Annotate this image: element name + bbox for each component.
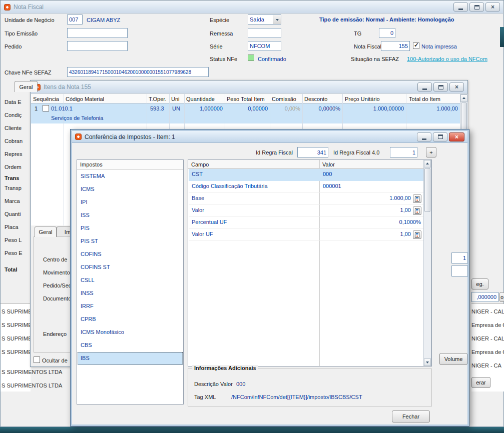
pedido-field[interactable] <box>67 41 128 51</box>
cell-desconto: 0,0000% <box>302 106 340 112</box>
form-label: Quanti <box>5 211 21 217</box>
nota-fiscal-field[interactable]: 155 <box>381 41 410 51</box>
unidade-negocio-field[interactable]: 007 <box>67 14 83 24</box>
column-header[interactable]: Peso Total Item <box>227 96 265 102</box>
nota-impressa-checkbox[interactable] <box>413 42 419 49</box>
grid-row-fragment: S SUPRIME <box>2 322 32 328</box>
column-header[interactable]: Quantidade <box>186 96 215 102</box>
side-field-2[interactable] <box>451 266 468 276</box>
unidade-negocio-label: Unidade de Negócio <box>5 17 55 23</box>
add-button[interactable]: + <box>426 147 436 158</box>
minimize-button[interactable] <box>417 132 431 142</box>
volume-button[interactable]: Volume <box>439 353 467 365</box>
scroll-down-button[interactable] <box>424 358 431 366</box>
grid-row[interactable]: Valor UF 1,00 <box>189 229 423 241</box>
column-header[interactable]: Total do Item <box>409 96 440 102</box>
column-header[interactable]: Uni <box>171 96 180 102</box>
grid-row[interactable]: Valor 1,00 <box>189 205 423 217</box>
imposto-item-cprb[interactable]: CPRB <box>78 313 183 326</box>
tipo-emissao-field[interactable] <box>67 28 128 38</box>
scroll-thumb[interactable] <box>424 168 430 212</box>
form-label: Ordem <box>5 164 22 170</box>
especie-select[interactable]: Saída <box>248 14 281 24</box>
cell-total-item: 1.000,00 <box>406 106 458 112</box>
side-field-1[interactable]: 1 <box>451 252 468 264</box>
grid-row[interactable]: Código Classificação Tributária 000001 <box>189 181 423 193</box>
fechar-button[interactable]: Fechar <box>392 410 430 422</box>
ocultar-label: Ocultar de <box>42 358 68 364</box>
imposto-item-icms[interactable]: ICMS <box>78 183 183 196</box>
imposto-item-csll[interactable]: CSLL <box>78 274 183 287</box>
imposto-item-iss[interactable]: ISS <box>78 209 183 222</box>
imposto-item-cofins[interactable]: COFINS <box>78 248 183 261</box>
impostos-list-header: Impostos <box>77 160 183 170</box>
column-header[interactable]: Comissão <box>272 96 296 102</box>
grid-scrollbar[interactable] <box>423 160 431 366</box>
column-header[interactable]: Código Material <box>66 96 104 102</box>
campo-value: 000001 <box>323 183 341 189</box>
conferencia-titlebar: Conferência de Impostos - Item: 1 × <box>72 131 467 143</box>
campo-value: 1.000,00 <box>320 195 411 201</box>
imposto-item-irrf[interactable]: IRRF <box>78 300 183 313</box>
scroll-up-button[interactable] <box>460 94 467 102</box>
tab-geral[interactable]: Geral <box>35 226 57 237</box>
ocultar-checkbox[interactable] <box>34 356 40 363</box>
clipped-value-field[interactable]: ,000000 <box>471 292 498 302</box>
maximize-button[interactable] <box>469 2 484 12</box>
close-button[interactable]: × <box>449 132 464 142</box>
grid-row[interactable]: Base 1.000,00 <box>189 193 423 205</box>
cell-quantidade: 1,000000 <box>184 106 223 112</box>
id-regra-fiscal-field[interactable]: 341 <box>297 147 328 158</box>
emissao-ambiente-banner: Tipo de emissão: Normal - Ambiente: Homo… <box>319 16 454 22</box>
column-header[interactable]: Sequência <box>33 96 59 102</box>
clipped-button[interactable]: erar <box>471 377 490 388</box>
minimize-button[interactable] <box>417 82 432 92</box>
tab-geral-nota[interactable]: Geral <box>15 81 38 92</box>
clipped-button[interactable]: eg. <box>471 278 488 290</box>
column-header[interactable]: Preço Unitário <box>345 96 380 102</box>
id-regra-fiscal-40-field[interactable]: 1 <box>390 147 417 158</box>
clipped-button[interactable]: o <box>499 292 504 302</box>
remessa-field[interactable] <box>248 28 281 38</box>
imposto-item-cbs[interactable]: CBS <box>78 339 183 352</box>
calculator-icon[interactable] <box>413 230 421 239</box>
imposto-item-pis-st[interactable]: PIS ST <box>78 235 183 248</box>
calculator-icon[interactable] <box>413 194 421 203</box>
id-regra-fiscal-40-label: Id Regra Fiscal 4.0 <box>333 150 379 156</box>
close-button[interactable]: × <box>449 82 464 92</box>
imposto-item-inss[interactable]: INSS <box>78 287 183 300</box>
row-checkbox[interactable] <box>43 105 49 112</box>
bottom-dock-strip <box>0 427 504 433</box>
imposto-item-pis[interactable]: PIS <box>78 222 183 235</box>
remessa-label: Remessa <box>210 30 233 36</box>
group-title: Informações Adicionais <box>192 365 258 371</box>
window-title: Conferência de Impostos - Item: 1 <box>85 134 175 140</box>
column-header[interactable]: T.Oper. <box>149 96 166 102</box>
maximize-button[interactable] <box>433 132 447 142</box>
form-label: Movimento <box>43 270 70 276</box>
column-header[interactable]: Desconto <box>304 96 327 102</box>
imposto-item-ipi[interactable]: IPI <box>78 196 183 209</box>
close-button[interactable]: × <box>485 2 500 12</box>
form-label: Placa <box>5 224 19 230</box>
situacao-sefaz-link[interactable]: 100-Autorizado o uso da NFCom <box>407 56 487 62</box>
imposto-item-ibs[interactable]: IBS <box>78 352 183 365</box>
imposto-item-sistema[interactable]: SISTEMA <box>78 170 183 183</box>
maximize-button[interactable] <box>433 82 448 92</box>
grid-row[interactable]: CST 000 <box>189 169 423 181</box>
cell-preco-unitario: 1.000,00000 <box>342 106 404 112</box>
campo-name: Base <box>192 195 204 201</box>
tg-field[interactable]: 0 <box>379 28 395 38</box>
chave-nfe-field[interactable]: 4326011894171500010462001000000155107798… <box>67 67 209 77</box>
serie-field[interactable]: NFCOM <box>248 41 281 51</box>
nota-impressa-label: Nota impressa <box>421 44 457 50</box>
imposto-item-icms-monofasico[interactable]: ICMS Monofásico <box>78 326 183 339</box>
scroll-up-button[interactable] <box>424 160 431 168</box>
campo-name: CST <box>192 171 203 177</box>
minimize-button[interactable] <box>453 2 468 12</box>
imposto-item-cofins-st[interactable]: COFINS ST <box>78 261 183 274</box>
tag-xml-value: /NFCom/infNFCom/det[{ITEM}]/imposto/IBSC… <box>231 394 362 400</box>
calculator-icon[interactable] <box>413 206 421 215</box>
section-label: Trans <box>5 175 19 181</box>
grid-row[interactable]: Percentual UF 0,1000% <box>189 217 423 229</box>
